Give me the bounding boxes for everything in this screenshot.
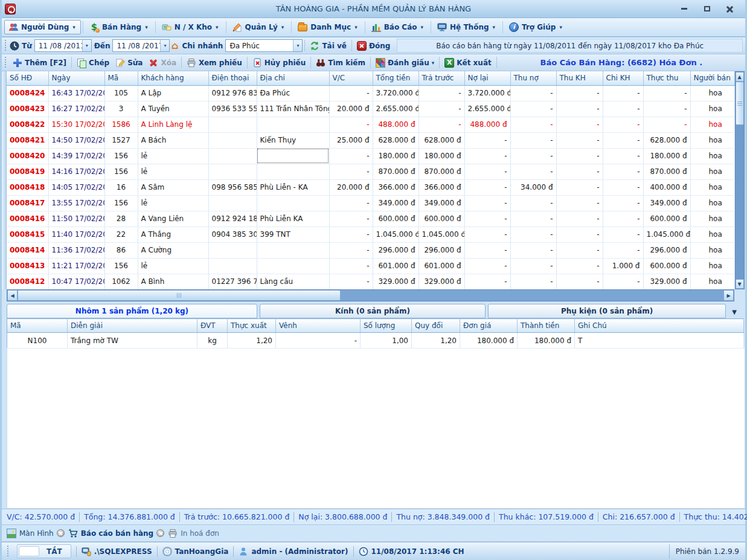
grid-cell[interactable]: 1.000 đ bbox=[603, 258, 643, 274]
grid-cell[interactable]: 2.655.000 đ bbox=[373, 101, 418, 117]
grid-cell[interactable]: 098 956 585 bbox=[208, 179, 257, 195]
toggle-off-control[interactable]: TẮT bbox=[17, 544, 71, 558]
grid-cell[interactable]: hoa bbox=[690, 242, 734, 258]
grid-cell[interactable]: - bbox=[329, 227, 373, 242]
grid-cell[interactable]: - bbox=[329, 242, 373, 258]
copy-button[interactable]: Chép bbox=[74, 57, 112, 69]
grid-cell[interactable]: 329.000 đ bbox=[373, 274, 418, 289]
grid-cell[interactable]: 628.000 đ bbox=[643, 132, 690, 148]
menu-tro-giup[interactable]: i Trợ Giúp▾ bbox=[505, 20, 568, 34]
grid-cell[interactable]: 11:36 17/02/2012 bbox=[48, 242, 104, 258]
grid-cell[interactable]: - bbox=[329, 211, 373, 227]
grid-cell[interactable]: Trắng mờ TW bbox=[68, 333, 197, 349]
column-header[interactable]: Ngày bbox=[48, 71, 104, 85]
grid-cell[interactable]: - bbox=[510, 258, 556, 274]
grid-cell[interactable]: - bbox=[603, 101, 643, 117]
toolbar-grip[interactable] bbox=[4, 57, 7, 69]
grid-cell[interactable]: 0008418 bbox=[7, 179, 48, 195]
close-report-button[interactable]: Đóng bbox=[354, 40, 393, 52]
grid-cell[interactable]: - bbox=[556, 195, 603, 211]
grid-cell[interactable]: hoa bbox=[690, 85, 734, 101]
grid-cell[interactable]: 111 Trần Nhân Tông ... bbox=[257, 101, 329, 117]
grid-cell[interactable]: N100 bbox=[7, 333, 68, 349]
grid-cell[interactable]: 01227 396 743 bbox=[208, 274, 257, 289]
grid-cell[interactable]: 349.000 đ bbox=[418, 195, 464, 211]
menu-he-thong[interactable]: Hệ Thống▾ bbox=[433, 20, 501, 34]
invoice-row[interactable]: 000842114:50 17/02/20121527A BáchKiến Th… bbox=[7, 132, 734, 148]
column-header[interactable]: Vênh bbox=[276, 319, 361, 333]
column-header[interactable]: Khách hàng bbox=[138, 71, 208, 85]
grid-cell[interactable]: - bbox=[556, 179, 603, 195]
grid-cell[interactable]: 399 TNT bbox=[257, 227, 329, 242]
grid-cell[interactable]: A Bình bbox=[138, 274, 208, 289]
maximize-button[interactable] bbox=[701, 4, 714, 14]
chevron-down-icon[interactable]: ▾ bbox=[432, 60, 435, 66]
menu-quan-ly[interactable]: Quản Lý▾ bbox=[228, 20, 290, 34]
column-header[interactable]: Mã bbox=[7, 319, 68, 333]
grid-cell[interactable]: 296.000 đ bbox=[418, 242, 464, 258]
grid-cell[interactable]: 600.000 đ bbox=[373, 211, 418, 227]
scroll-right-icon[interactable]: ▶ bbox=[723, 290, 734, 301]
grid-cell[interactable]: 1.045.000 đ bbox=[373, 227, 418, 242]
column-header[interactable]: ĐVT bbox=[197, 319, 228, 333]
grid-cell[interactable]: - bbox=[603, 274, 643, 289]
grid-cell[interactable]: - bbox=[643, 101, 690, 117]
grid-cell[interactable]: - bbox=[464, 227, 510, 242]
grid-cell[interactable]: 11:21 17/02/2012 bbox=[48, 258, 104, 274]
grid-cell[interactable]: 180.000 đ bbox=[460, 333, 518, 349]
invoice-row[interactable]: 000842316:27 17/02/20123A Tuyền0936 533 … bbox=[7, 101, 734, 117]
grid-cell[interactable]: Làng cầu bbox=[257, 274, 329, 289]
scroll-up-icon[interactable]: ▲ bbox=[736, 72, 744, 82]
grid-cell[interactable]: 0008413 bbox=[7, 258, 48, 274]
grid-cell[interactable]: T bbox=[575, 333, 744, 349]
grid-cell[interactable]: 296.000 đ bbox=[643, 242, 690, 258]
grid-cell[interactable]: - bbox=[603, 148, 643, 164]
grid-cell[interactable]: 16:43 17/02/2012 bbox=[48, 85, 104, 101]
grid-cell[interactable]: 0008423 bbox=[7, 101, 48, 117]
column-header[interactable]: Thành tiền bbox=[518, 319, 575, 333]
column-header[interactable]: Thực xuất bbox=[228, 319, 276, 333]
column-header[interactable]: Đơn giá bbox=[460, 319, 518, 333]
grid-cell[interactable]: hoa bbox=[690, 148, 734, 164]
grid-cell[interactable]: 0008412 bbox=[7, 274, 48, 289]
to-date-picker[interactable]: 11 /08 /2017 ▾ bbox=[112, 39, 170, 52]
grid-cell[interactable]: 3 bbox=[104, 101, 138, 117]
invoice-row[interactable]: 000841713:55 17/02/2012156lẻ-349.000 đ34… bbox=[7, 195, 734, 211]
minimize-button[interactable] bbox=[678, 4, 691, 14]
grid-cell[interactable]: - bbox=[603, 195, 643, 211]
grid-cell[interactable]: - bbox=[556, 242, 603, 258]
column-header[interactable]: Thu nợ bbox=[510, 71, 556, 85]
grid-cell[interactable]: - bbox=[510, 211, 556, 227]
grid-cell[interactable]: 180.000 đ bbox=[373, 148, 418, 164]
grid-cell[interactable]: - bbox=[510, 195, 556, 211]
grid-cell[interactable]: 0936 533 558 bbox=[208, 101, 257, 117]
focused-cell[interactable] bbox=[257, 148, 329, 164]
download-button[interactable]: Tải về bbox=[307, 40, 350, 52]
grid-cell[interactable]: 600.000 đ bbox=[643, 211, 690, 227]
grid-cell[interactable]: 0008417 bbox=[7, 195, 48, 211]
column-header[interactable]: Số HĐ bbox=[7, 71, 48, 85]
grid-cell[interactable] bbox=[257, 164, 329, 179]
close-task-icon[interactable] bbox=[57, 529, 65, 537]
grid-cell[interactable]: 14:50 17/02/2012 bbox=[48, 132, 104, 148]
menu-nx-kho[interactable]: N / X Kho▾ bbox=[158, 20, 224, 34]
toggle-box[interactable] bbox=[19, 546, 39, 556]
grid-cell[interactable]: A Linh Làng lệ bbox=[138, 117, 208, 132]
mark-button[interactable]: Đánh giấu ▾ bbox=[373, 57, 437, 69]
invoice-row[interactable]: 000841411:36 17/02/201286A Cường-296.000… bbox=[7, 242, 734, 258]
task-in-hoa-don[interactable]: In hoá đơn bbox=[168, 529, 219, 538]
menu-danh-muc[interactable]: Danh Mục▾ bbox=[293, 21, 362, 34]
grid-cell[interactable]: 22 bbox=[104, 227, 138, 242]
tab-phu-kien[interactable]: Phụ kiện (0 sản phẩm) bbox=[488, 304, 726, 318]
grid-cell[interactable]: hoa bbox=[690, 211, 734, 227]
grid-cell[interactable]: 0008420 bbox=[7, 148, 48, 164]
task-bao-cao-ban-hang[interactable]: Báo cáo bán hàng bbox=[68, 529, 164, 538]
grid-cell[interactable]: hoa bbox=[690, 227, 734, 242]
grid-cell[interactable]: - bbox=[556, 211, 603, 227]
grid-cell[interactable]: 14:05 17/02/2012 bbox=[48, 179, 104, 195]
tab-kinh[interactable]: Kính (0 sản phẩm) bbox=[260, 304, 486, 318]
column-header[interactable]: Quy đổi bbox=[412, 319, 460, 333]
grid-cell[interactable]: hoa bbox=[690, 164, 734, 179]
column-header[interactable]: Địa chỉ bbox=[257, 71, 329, 85]
grid-cell[interactable] bbox=[208, 258, 257, 274]
